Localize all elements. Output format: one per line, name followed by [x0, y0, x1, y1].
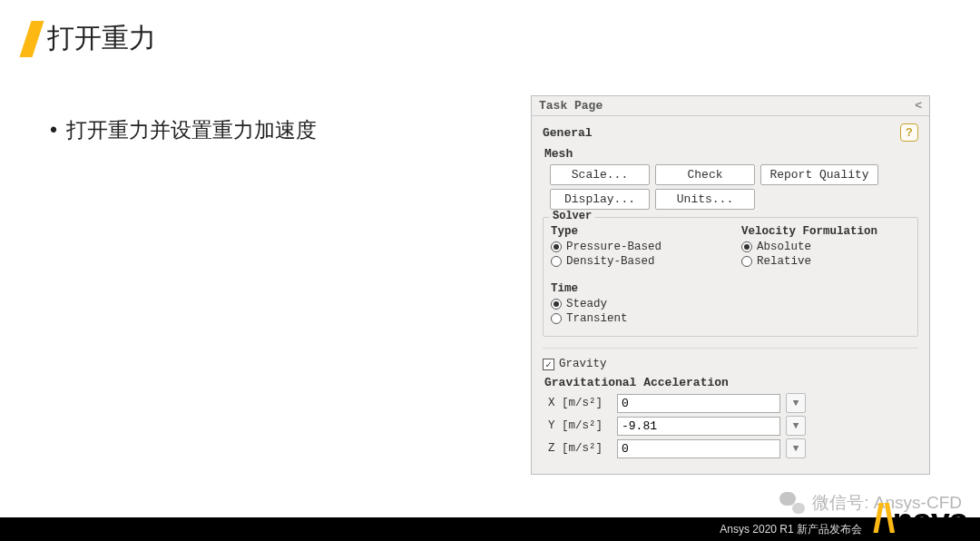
footer-bar: Ansys 2020 R1 新产品发布会 [0, 517, 980, 541]
dropdown-icon[interactable]: ▼ [786, 438, 806, 458]
steady-radio[interactable]: Steady [551, 298, 910, 310]
solver-type-col: Type Pressure-Based Density-Based [551, 225, 720, 270]
gravity-y-row: Y [m/s²] ▼ [548, 416, 918, 436]
general-label: General [543, 126, 593, 140]
velocity-col: Velocity Formulation Absolute Relative [741, 225, 910, 270]
task-page-panel: Task Page < General ? Mesh Scale... Chec… [531, 95, 930, 475]
x-label: X [m/s²] [548, 397, 612, 409]
pressure-based-label: Pressure-Based [566, 241, 662, 253]
pressure-based-radio[interactable]: Pressure-Based [551, 241, 720, 253]
radio-icon [741, 256, 752, 267]
wechat-icon [779, 490, 805, 516]
solver-group: Solver Type Pressure-Based Density-Based… [543, 217, 918, 337]
gravity-x-row: X [m/s²] ▼ [548, 393, 918, 413]
gravity-z-input[interactable] [617, 439, 780, 458]
density-based-label: Density-Based [566, 255, 655, 268]
solver-group-title: Solver [549, 210, 595, 222]
units-button[interactable]: Units... [655, 189, 755, 210]
mesh-label: Mesh [544, 147, 916, 161]
time-label: Time [551, 282, 910, 295]
bullet-text: 打开重力并设置重力加速度 [50, 116, 317, 144]
grav-accel-label: Gravitational Acceleration [544, 376, 918, 389]
ansys-logo: /\ nsys [873, 494, 967, 541]
radio-icon [551, 241, 562, 252]
task-page-title: Task Page [539, 99, 603, 113]
gravity-y-input[interactable] [617, 417, 780, 436]
check-button[interactable]: Check [655, 164, 755, 185]
gravity-z-row: Z [m/s²] ▼ [548, 438, 918, 458]
relative-radio[interactable]: Relative [741, 255, 910, 268]
gravity-checkbox[interactable]: ✓ Gravity [543, 358, 918, 370]
gravity-label: Gravity [559, 358, 607, 370]
radio-icon [741, 241, 752, 252]
logo-text: nsys [892, 502, 967, 541]
radio-icon [551, 313, 562, 324]
dropdown-icon[interactable]: ▼ [786, 416, 806, 436]
radio-icon [551, 299, 562, 310]
type-label: Type [551, 225, 720, 238]
gravity-block: ✓ Gravity Gravitational Acceleration X [… [543, 348, 918, 458]
report-quality-button[interactable]: Report Quality [760, 164, 878, 185]
checkbox-icon: ✓ [543, 359, 554, 370]
z-label: Z [m/s²] [548, 442, 612, 455]
display-button[interactable]: Display... [550, 189, 650, 210]
footer-text: Ansys 2020 R1 新产品发布会 [720, 522, 862, 537]
absolute-label: Absolute [757, 241, 811, 253]
task-page-body: General ? Mesh Scale... Check Report Qua… [532, 116, 929, 474]
steady-label: Steady [566, 298, 607, 310]
density-based-radio[interactable]: Density-Based [551, 255, 720, 268]
transient-radio[interactable]: Transient [551, 312, 910, 325]
absolute-radio[interactable]: Absolute [741, 241, 910, 253]
scale-button[interactable]: Scale... [550, 164, 650, 185]
transient-label: Transient [566, 312, 628, 325]
slide-title-block: 打开重力 [25, 20, 156, 57]
task-page-header: Task Page < [532, 96, 929, 116]
slide-title: 打开重力 [47, 20, 156, 57]
help-icon[interactable]: ? [900, 123, 918, 142]
dropdown-icon[interactable]: ▼ [786, 393, 806, 413]
relative-label: Relative [757, 255, 811, 268]
y-label: Y [m/s²] [548, 419, 612, 432]
velocity-label: Velocity Formulation [741, 225, 910, 238]
gravity-x-input[interactable] [617, 394, 780, 413]
accent-bar-icon [20, 21, 44, 57]
radio-icon [551, 256, 562, 267]
collapse-icon[interactable]: < [915, 99, 922, 113]
